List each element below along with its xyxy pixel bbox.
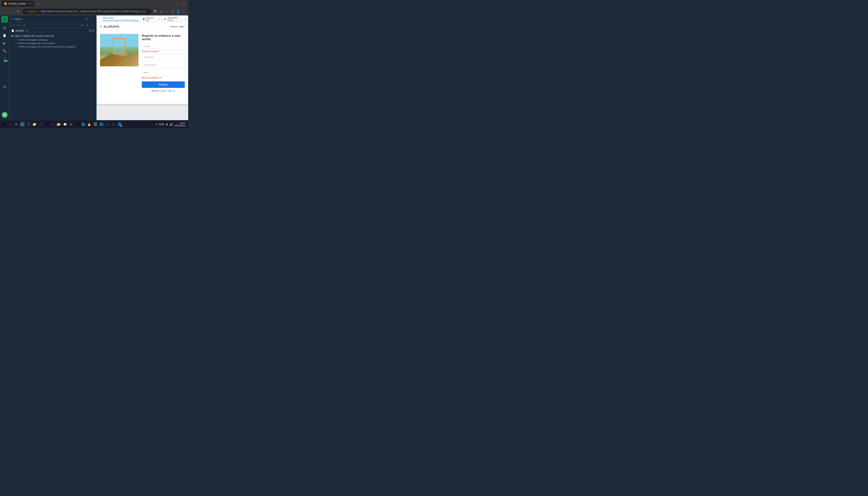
sidebar-item-debug[interactable]: 🔧 <box>1 47 8 55</box>
fullname-input[interactable] <box>142 54 185 60</box>
file-icon: 📄 <box>11 29 14 32</box>
topbar-toggle[interactable]: ▼ <box>84 17 89 21</box>
taskbar-torrent-icon[interactable]: ⬇ <box>68 122 74 127</box>
close-button[interactable]: ✕ <box>182 1 187 6</box>
test-pass-icon-2: ✓ <box>15 42 17 44</box>
preview-url-bar[interactable]: ○ https://alura-fotos.herokuapp.com/#/ho… <box>98 17 141 21</box>
tab-title: primeiro_projeto <box>9 2 27 5</box>
sidebar-item-specs[interactable]: 📋 <box>1 32 8 39</box>
spec-time: 00:34 <box>89 29 94 32</box>
settings-icon: ⚙ <box>3 85 6 89</box>
sign-in-link-text: Already a user? Sign In! <box>142 90 185 92</box>
app-body: Register to embrace a new world! Email i… <box>97 31 188 95</box>
form-title: Register to embrace a new world! <box>142 34 185 41</box>
register-button[interactable]: Register <box>142 81 185 88</box>
pending-icon: ○ <box>21 24 23 27</box>
spec-header: 📄 alurapic .cy 00:34 <box>9 28 96 33</box>
cypress-topbar: ≡ Specs ▼ ⋯ <box>9 15 96 22</box>
display-icon: 🖥 <box>165 123 168 126</box>
debug-icon: 🔧 <box>3 49 6 53</box>
test-pass-icon-3: ✓ <box>15 45 17 48</box>
cypress-logo <box>2 16 8 22</box>
separator-icon: | <box>161 18 162 20</box>
profile-icon[interactable]: 👤 <box>176 9 181 14</box>
security-icon: ⚠ <box>25 10 27 13</box>
taskbar-chrome3-icon[interactable]: 🌐 <box>99 122 104 127</box>
pending-stat: ○ 0 <box>21 24 25 27</box>
bookmark-icon[interactable]: ☆ <box>164 9 170 14</box>
share-icon[interactable]: ⬆ <box>159 9 164 14</box>
address-bar-row: ← → ↻ ⚠ Insecure | https://alura-fotos.h… <box>0 7 188 15</box>
suite-status-dot <box>11 35 13 37</box>
sign-in-link[interactable]: Sign In! <box>167 90 175 92</box>
search-icon[interactable]: 🔍 <box>153 9 158 14</box>
taskbar-spotify-icon[interactable]: 🎵 <box>26 122 31 127</box>
app-header: ≡ ALURAPIC Please, login! <box>97 23 188 31</box>
language-label: POR <box>159 123 164 126</box>
reload-button[interactable]: ↻ <box>15 9 21 14</box>
sidebar-item-dashboard[interactable]: ⊞ <box>1 24 8 31</box>
taskbar-explorer-icon[interactable]: 📂 <box>56 122 62 127</box>
browser-tab[interactable]: primeiro_projeto ✕ <box>2 1 34 7</box>
fail-icon: ✕ <box>16 24 18 27</box>
taskbar-task-view-icon[interactable]: ⧉ <box>13 122 19 127</box>
sys-tray-up-icon[interactable]: ▲ <box>155 123 158 126</box>
sidebar-item-runs[interactable]: ▶ <box>1 40 8 47</box>
taskbar-time: 19:17 14/02/2023 <box>174 122 186 127</box>
taskbar-chrome4-icon[interactable]: 🌐 <box>117 122 123 127</box>
taskbar-store-icon[interactable]: 🛍 <box>44 122 49 127</box>
url-text: https://alura-fotos.herokuapp.com/__/#/s… <box>41 10 149 13</box>
tab-close-button[interactable]: ✕ <box>28 2 32 5</box>
fail-stat: ✕ 0 <box>16 24 20 27</box>
taskbar-vlc-icon[interactable]: 🎬 <box>93 122 98 127</box>
taskbar-discord-icon[interactable]: 💬 <box>62 122 68 127</box>
new-tab-button[interactable]: + <box>36 1 42 6</box>
specs-label: Specs <box>15 17 22 20</box>
viewport-chevron-icon: ▼ <box>184 18 187 20</box>
email-input[interactable] <box>142 43 185 49</box>
extension-icon[interactable]: ⧉ <box>170 9 175 14</box>
new-badge: New <box>4 60 7 62</box>
maximize-button[interactable]: □ <box>175 1 180 6</box>
sidebar-item-settings[interactable]: ⚙ <box>1 83 8 91</box>
sidebar-item-testing[interactable]: ⬡ New <box>1 55 8 62</box>
title-bar: primeiro_projeto ✕ + ─ □ ✕ <box>0 0 188 7</box>
username-input[interactable] <box>142 62 185 68</box>
more-btn[interactable]: ⋯ <box>91 24 95 27</box>
toggle-btn[interactable]: ▼ <box>80 24 84 27</box>
taskbar-maps-icon[interactable]: 🗺 <box>74 122 80 127</box>
stats-controls: ▼ ↻ ⋯ <box>80 24 95 27</box>
taskbar-chrome2-icon[interactable]: 🌐 <box>80 122 86 127</box>
app-brand: ALURAPIC <box>103 25 120 28</box>
check-icon: ✓ <box>11 24 13 27</box>
taskbar-word-icon[interactable]: W <box>50 122 55 127</box>
window-controls: ─ □ ✕ <box>169 1 187 6</box>
back-button[interactable]: ← <box>2 9 7 14</box>
taskbar-files-icon[interactable]: 📁 <box>32 122 37 127</box>
test-pass-icon-1: ✓ <box>15 38 17 41</box>
test-label-3: verifica mensagens de senha com menos de… <box>18 45 76 48</box>
taskbar-chrome-icon[interactable]: 🌐 <box>19 122 25 127</box>
minimize-button[interactable]: ─ <box>169 1 174 6</box>
taskbar-vscode-icon[interactable]: ⟨⟩ <box>105 122 110 127</box>
password-input[interactable] <box>142 69 185 76</box>
menu-icon[interactable]: ⋮ <box>181 9 187 14</box>
preview-topbar: ○ https://alura-fotos.herokuapp.com/#/ho… <box>97 15 188 23</box>
taskbar-edge-icon[interactable]: e <box>38 122 44 127</box>
volume-icon: 🔊 <box>170 123 173 126</box>
taskbar-windows-icon[interactable]: ⊞ <box>1 122 7 127</box>
preview-icon: 🖥 <box>164 18 166 20</box>
taskbar-hand-icon[interactable]: 🔥 <box>86 122 92 127</box>
preview-frame: ≡ ALURAPIC Please, login! <box>97 23 188 120</box>
taskbar-cypress2-icon[interactable]: ⬡ <box>111 122 116 127</box>
spec-ext: .cy <box>25 29 28 32</box>
address-bar[interactable]: ⚠ Insecure | https://alura-fotos.herokua… <box>22 9 152 14</box>
forward-button[interactable]: → <box>9 9 14 14</box>
topbar-more[interactable]: ⋯ <box>90 17 94 21</box>
time-display: 19:17 <box>174 122 186 124</box>
taskbar-search-icon[interactable]: ⬡ <box>7 122 13 127</box>
refresh-btn[interactable]: ↻ <box>85 24 90 27</box>
app-hero-image <box>100 34 139 66</box>
pass-stat: ✓ 3 <box>11 24 15 27</box>
test-item-2: ✓ verifica mensagens de email invalido <box>11 42 94 45</box>
